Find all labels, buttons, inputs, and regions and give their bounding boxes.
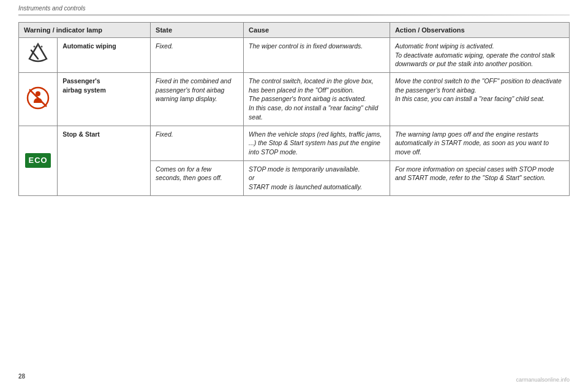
col-header-cause: Cause [244, 23, 390, 38]
header-title: Instruments and controls [18, 5, 86, 12]
wiper-icon [26, 42, 50, 66]
wiper-icon-cell [19, 38, 58, 73]
header-line [18, 14, 570, 16]
col-header-state: State [151, 23, 244, 38]
svg-point-1 [34, 46, 36, 48]
wiper-action: Automatic front wiping is activated.To d… [390, 38, 569, 73]
stop-start-action1: The warning lamp goes off and the engine… [390, 126, 569, 160]
wiper-label: Automatic wiping [58, 38, 151, 73]
table-header-row: Warning / indicator lamp State Cause Act… [19, 23, 570, 38]
eco-badge: ECO [25, 153, 50, 168]
svg-point-2 [37, 45, 39, 47]
warning-table: Warning / indicator lamp State Cause Act… [18, 22, 570, 196]
col-header-action: Action / Observations [390, 23, 569, 38]
stop-start-cause1: When the vehicle stops (red lights, traf… [244, 126, 390, 160]
airbag-icon-cell [19, 73, 58, 126]
table-row: Passenger'sairbag system Fixed in the co… [19, 73, 570, 126]
wiper-cause: The wiper control is in fixed downwards. [244, 38, 390, 73]
watermark: carmanualsonline.info [516, 377, 570, 383]
stop-start-action2: For more information on special cases wi… [390, 160, 569, 195]
airbag-label: Passenger'sairbag system [58, 73, 151, 126]
page-number: 28 [18, 373, 25, 380]
svg-point-3 [41, 46, 43, 48]
stop-start-state1: Fixed. [151, 126, 244, 160]
table-row: Automatic wiping Fixed. The wiper contro… [19, 38, 570, 73]
stop-start-label: Stop & Start [58, 126, 151, 195]
svg-point-6 [36, 91, 40, 96]
main-content: Warning / indicator lamp State Cause Act… [0, 22, 588, 196]
col-header-warning: Warning / indicator lamp [19, 23, 151, 38]
airbag-action: Move the control switch to the "OFF" pos… [390, 73, 569, 126]
airbag-icon [26, 86, 50, 110]
page-header: Instruments and controls [0, 0, 588, 14]
stop-start-cause2: STOP mode is temporarily unavailable.orS… [244, 160, 390, 195]
airbag-state: Fixed in the combined and passenger's fr… [151, 73, 244, 126]
wiper-state: Fixed. [151, 38, 244, 73]
airbag-cause: The control switch, located in the glove… [244, 73, 390, 126]
table-row: ECO Stop & Start Fixed. When the vehicle… [19, 126, 570, 160]
stop-start-state2: Comes on for a few seconds, then goes of… [151, 160, 244, 195]
eco-icon-cell: ECO [19, 126, 58, 195]
